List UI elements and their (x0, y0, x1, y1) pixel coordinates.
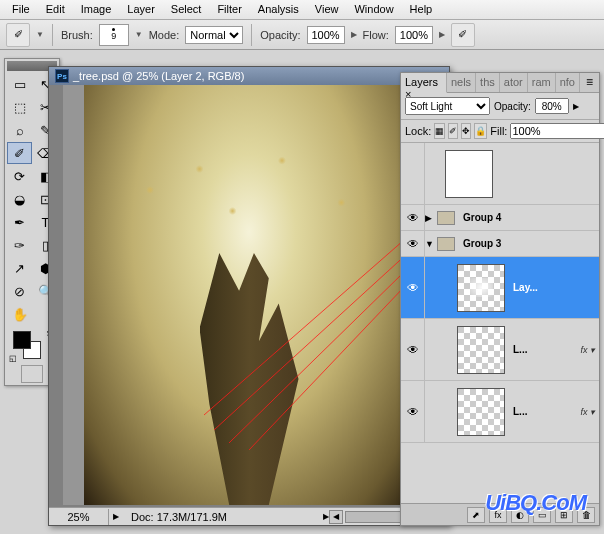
fx-badge[interactable]: fx ▾ (580, 345, 599, 355)
chevron-right-icon[interactable]: ▶ (439, 30, 445, 39)
visibility-toggle[interactable]: 👁 (401, 257, 425, 318)
layer-thumbnail[interactable] (457, 264, 505, 312)
tool-button[interactable]: ⊘ (7, 280, 32, 302)
layer-name[interactable]: Group 4 (459, 212, 599, 223)
doc-statusbar: 25% ▶ Doc: 17.3M/171.9M ▶ ◀ ▶ (49, 507, 449, 525)
layer-name[interactable]: L... (509, 344, 580, 355)
panel-menu-icon[interactable]: ≡ (580, 73, 599, 92)
tool-button[interactable]: ✋ (7, 303, 32, 325)
menu-edit[interactable]: Edit (38, 0, 73, 19)
tool-button[interactable]: ▭ (7, 73, 32, 95)
fill-input[interactable] (510, 123, 604, 139)
layer-row[interactable]: 👁L...fx ▾ (401, 381, 599, 443)
tab-layers[interactable]: Layers × (401, 73, 447, 93)
menu-layer[interactable]: Layer (119, 0, 163, 19)
scroll-left-icon[interactable]: ◀ (329, 510, 343, 524)
ps-icon: Ps (55, 69, 69, 83)
visibility-toggle[interactable]: 👁 (401, 381, 425, 442)
doc-info[interactable]: Doc: 17.3M/171.9M (123, 509, 323, 525)
layer-row[interactable]: 👁▶Group 4 (401, 205, 599, 231)
fill-label: Fill: (490, 125, 507, 137)
tool-button[interactable]: ⌕ (7, 119, 32, 141)
layer-name[interactable]: Lay... (509, 282, 599, 293)
menu-select[interactable]: Select (163, 0, 210, 19)
flow-input[interactable] (395, 26, 433, 44)
brush-size: 9 (111, 31, 116, 41)
layer-row[interactable]: 👁Lay... (401, 257, 599, 319)
tool-button[interactable]: ✑ (7, 234, 32, 256)
tool-button[interactable]: ✒ (7, 211, 32, 233)
eye-icon: 👁 (407, 281, 419, 295)
layer-thumbnail[interactable] (457, 326, 505, 374)
menu-filter[interactable]: Filter (209, 0, 249, 19)
watermark: UiBQ.CoM (485, 490, 586, 516)
zoom-field[interactable]: 25% (49, 509, 109, 525)
layer-row[interactable]: 👁L...fx ▾ (401, 319, 599, 381)
layer-opacity-input[interactable] (535, 98, 569, 114)
lock-all-icon[interactable]: 🔒 (474, 123, 487, 139)
tool-button[interactable]: ↗ (7, 257, 32, 279)
panel-tabs: Layers × nels ths ator ram nfo ≡ (401, 73, 599, 93)
mode-select[interactable]: Normal (185, 26, 243, 44)
menu-view[interactable]: View (307, 0, 347, 19)
visibility-toggle[interactable]: 👁 (401, 319, 425, 380)
layers-list[interactable]: 👁▶Group 4👁▼Group 3👁Lay...👁L...fx ▾👁L...f… (401, 143, 599, 503)
reset-colors-icon[interactable]: ◱ (9, 354, 17, 363)
menu-image[interactable]: Image (73, 0, 120, 19)
lock-label: Lock: (405, 125, 431, 137)
layer-name[interactable]: Group 3 (459, 238, 599, 249)
lock-position-icon[interactable]: ✥ (461, 123, 471, 139)
layers-panel: Layers × nels ths ator ram nfo ≡ Soft Li… (400, 72, 600, 526)
tab-paths[interactable]: ths (476, 73, 500, 92)
visibility-toggle[interactable]: 👁 (401, 231, 425, 256)
tool-preset-icon[interactable]: ✐ (6, 23, 30, 47)
tool-button[interactable]: ⬚ (7, 96, 32, 118)
visibility-toggle[interactable] (401, 143, 425, 204)
doc-title: _tree.psd @ 25% (Layer 2, RGB/8) (73, 70, 244, 82)
doc-titlebar[interactable]: Ps _tree.psd @ 25% (Layer 2, RGB/8) (49, 67, 449, 85)
layers-action-button[interactable]: ⬈ (467, 507, 485, 523)
brush-preview[interactable]: 9 (99, 24, 129, 46)
canvas[interactable] (63, 85, 435, 505)
lock-pixels-icon[interactable]: ✐ (448, 123, 458, 139)
chevron-down-icon[interactable]: ▼ (36, 30, 44, 39)
tab-channels[interactable]: nels (447, 73, 476, 92)
flow-label: Flow: (363, 29, 389, 41)
menu-bar: File Edit Image Layer Select Filter Anal… (0, 0, 604, 20)
foreground-swatch[interactable] (13, 331, 31, 349)
tab-histogram[interactable]: ram (528, 73, 556, 92)
airbrush-icon[interactable]: ✐ (451, 23, 475, 47)
opacity-input[interactable] (307, 26, 345, 44)
blend-mode-select[interactable]: Soft Light (405, 97, 490, 115)
options-bar: ✐ ▼ Brush: 9 ▼ Mode: Normal Opacity: ▶ F… (0, 20, 604, 50)
tool-button[interactable]: ◒ (7, 188, 32, 210)
fx-badge[interactable]: fx ▾ (580, 407, 599, 417)
tool-button[interactable]: ✐ (7, 142, 32, 164)
layer-thumbnail[interactable] (457, 388, 505, 436)
chevron-right-icon[interactable]: ▶ (573, 102, 579, 111)
disclosure-triangle[interactable]: ▼ (425, 239, 437, 249)
chevron-right-icon[interactable]: ▶ (109, 512, 123, 521)
quickmask-button[interactable] (21, 365, 43, 383)
tab-info[interactable]: nfo (556, 73, 580, 92)
layer-row[interactable]: 👁▼Group 3 (401, 231, 599, 257)
layer-row[interactable] (401, 143, 599, 205)
document-window: Ps _tree.psd @ 25% (Layer 2, RGB/8) 25% … (48, 66, 450, 526)
chevron-down-icon[interactable]: ▼ (135, 30, 143, 39)
blend-controls: Soft Light Opacity: ▶ (401, 93, 599, 120)
lock-transparent-icon[interactable]: ▦ (434, 123, 445, 139)
layer-name[interactable]: L... (509, 406, 580, 417)
lock-row: Lock: ▦ ✐ ✥ 🔒 Fill: ▶ (401, 120, 599, 143)
chevron-right-icon[interactable]: ▶ (351, 30, 357, 39)
canvas-image (84, 85, 414, 505)
menu-help[interactable]: Help (402, 0, 441, 19)
tab-navigator[interactable]: ator (500, 73, 528, 92)
mode-label: Mode: (149, 29, 180, 41)
tool-button[interactable]: ⟳ (7, 165, 32, 187)
menu-file[interactable]: File (4, 0, 38, 19)
menu-analysis[interactable]: Analysis (250, 0, 307, 19)
eye-icon: 👁 (407, 237, 419, 251)
disclosure-triangle[interactable]: ▶ (425, 213, 437, 223)
menu-window[interactable]: Window (346, 0, 401, 19)
visibility-toggle[interactable]: 👁 (401, 205, 425, 230)
